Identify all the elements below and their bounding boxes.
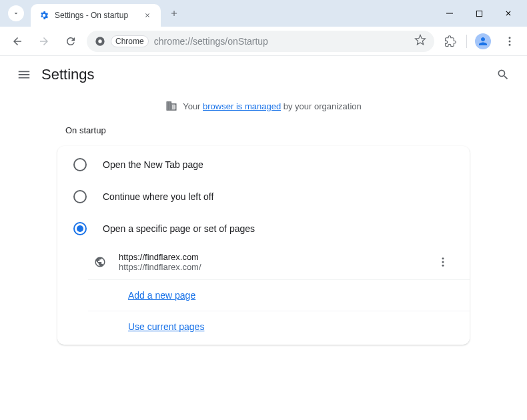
tab-close-button[interactable]: [142, 10, 153, 21]
option-label: Open a specific page or set of pages: [103, 223, 255, 234]
omnibox-url: chrome://settings/onStartup: [154, 36, 409, 47]
settings-content: On startup Open the New Tab page Continu…: [0, 119, 527, 345]
svg-point-8: [442, 261, 444, 263]
section-title: On startup: [57, 119, 470, 142]
svg-point-9: [442, 265, 444, 267]
radio-icon: [73, 158, 87, 171]
menu-toggle-button[interactable]: [11, 61, 37, 88]
search-settings-button[interactable]: [490, 61, 516, 88]
startup-card: Open the New Tab page Continue where you…: [57, 146, 470, 345]
arrow-right-icon: [38, 35, 50, 47]
page-url-text: https://findflarex.com/: [119, 262, 432, 272]
browser-toolbar: Chrome chrome://settings/onStartup: [0, 27, 527, 56]
add-page-link[interactable]: Add a new page: [128, 290, 195, 301]
svg-rect-1: [476, 11, 482, 16]
svg-point-6: [509, 43, 511, 45]
omnibox-chip: Chrome: [111, 35, 149, 47]
address-bar[interactable]: Chrome chrome://settings/onStartup: [87, 31, 434, 52]
page-title-text: https://findflarex.com: [119, 252, 432, 262]
chevron-down-icon: [12, 9, 20, 17]
minimize-button[interactable]: [436, 4, 463, 23]
close-icon: [144, 12, 151, 19]
chrome-logo-icon: [95, 36, 105, 47]
managed-banner: Your browser is managed by your organiza…: [0, 93, 527, 119]
use-current-link[interactable]: Use current pages: [128, 321, 204, 332]
bookmark-button[interactable]: [414, 34, 426, 49]
use-current-row: Use current pages: [88, 311, 470, 342]
svg-point-4: [509, 37, 511, 39]
option-label: Open the New Tab page: [103, 159, 203, 170]
reload-button[interactable]: [60, 31, 81, 52]
profile-button[interactable]: [472, 31, 494, 52]
globe-icon: [93, 255, 107, 269]
chrome-menu-button[interactable]: [499, 31, 520, 52]
arrow-left-icon: [11, 35, 23, 47]
tab-title: Settings - On startup: [55, 11, 137, 20]
domain-icon: [165, 100, 177, 112]
plus-icon: [169, 9, 179, 18]
extensions-button[interactable]: [440, 31, 461, 52]
managed-text: Your browser is managed by your organiza…: [183, 101, 362, 111]
add-page-row: Add a new page: [88, 280, 470, 311]
avatar-icon: [475, 33, 491, 49]
puzzle-icon: [444, 35, 456, 47]
startup-pages-list: https://findflarex.com https://findflare…: [88, 245, 470, 342]
hamburger-icon: [17, 67, 31, 82]
svg-point-3: [98, 39, 101, 43]
svg-rect-0: [446, 13, 453, 14]
browser-tab[interactable]: Settings - On startup: [31, 4, 161, 27]
option-continue[interactable]: Continue where you left off: [57, 181, 470, 213]
more-vert-icon: [504, 35, 516, 47]
divider: [466, 35, 467, 48]
window-controls: [436, 4, 522, 23]
svg-point-5: [509, 40, 511, 42]
svg-point-7: [442, 257, 444, 259]
maximize-icon: [476, 10, 483, 17]
tab-search-dropdown[interactable]: [8, 5, 24, 21]
option-new-tab[interactable]: Open the New Tab page: [57, 149, 470, 181]
managed-link[interactable]: browser is managed: [203, 101, 281, 111]
gear-icon: [39, 10, 49, 21]
forward-button[interactable]: [33, 31, 55, 52]
startup-page-row: https://findflarex.com https://findflare…: [88, 245, 470, 280]
star-icon: [414, 34, 426, 46]
new-tab-button[interactable]: [165, 4, 183, 23]
reload-icon: [65, 35, 77, 47]
page-title: Settings: [41, 66, 95, 83]
radio-icon: [73, 222, 87, 235]
window-titlebar: Settings - On startup: [0, 0, 527, 27]
radio-icon: [73, 190, 87, 203]
search-icon: [496, 68, 510, 81]
option-specific-pages[interactable]: Open a specific page or set of pages: [57, 213, 470, 245]
settings-header: Settings: [0, 56, 527, 93]
more-vert-icon: [437, 256, 449, 268]
page-info: https://findflarex.com https://findflare…: [119, 252, 432, 272]
close-window-button[interactable]: [495, 4, 522, 23]
close-icon: [504, 9, 512, 17]
option-label: Continue where you left off: [103, 191, 213, 202]
back-button[interactable]: [7, 31, 28, 52]
minimize-icon: [446, 9, 454, 17]
maximize-button[interactable]: [466, 4, 492, 23]
page-more-button[interactable]: [432, 251, 454, 273]
